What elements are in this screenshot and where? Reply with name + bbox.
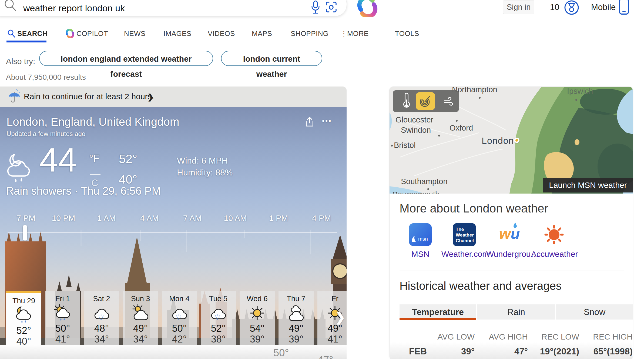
city-label-swindon: Swindon <box>401 126 431 135</box>
clouds-icon <box>286 303 306 324</box>
mobile-label[interactable]: Mobile <box>591 1 616 13</box>
day-high: 50° <box>45 323 80 334</box>
day-label: Thu 29 <box>6 297 41 305</box>
day-card-tue5[interactable]: Tue 5 52° 38° <box>201 291 236 345</box>
day-low: 34° <box>123 334 158 345</box>
tab-search[interactable]: SEARCH <box>17 28 48 39</box>
cloud-drizzle-icon <box>91 303 112 324</box>
row-month: FEB <box>409 346 431 357</box>
tab-images[interactable]: IMAGES <box>163 28 192 39</box>
map-layer-toggle <box>393 90 459 112</box>
timeline-slider-handle[interactable] <box>23 225 27 241</box>
precipitation-layer-button[interactable] <box>416 92 435 110</box>
day-card-sun3[interactable]: Sun 3 49° 34° <box>123 291 158 345</box>
search-input[interactable]: weather report london uk <box>23 2 125 14</box>
next-days-chevron[interactable]: ❯ <box>335 310 346 324</box>
tab-tools[interactable]: TOOLS <box>395 28 419 39</box>
moon-cloud-rain-icon <box>14 305 34 326</box>
day-card-sat2[interactable]: Sat 2 48° 34° <box>84 291 119 345</box>
graph-label-50: 50° <box>273 347 289 359</box>
tab-maps[interactable]: MAPS <box>252 28 272 39</box>
more-about-title: More about London weather <box>400 202 548 215</box>
humidity-reading: Humidity: 88% <box>177 168 233 178</box>
weather-alert-banner[interactable]: Rain to continue for at least 2 hours. ❯ <box>0 87 347 107</box>
hour-label-1: 10 PM <box>52 214 75 223</box>
more-options-icon[interactable]: ••• <box>322 117 332 125</box>
day-label: Mon 4 <box>162 295 197 303</box>
tab-temperature[interactable]: Temperature <box>400 304 476 320</box>
temperature-layer-icon[interactable] <box>401 92 412 110</box>
timeline-track[interactable] <box>8 232 337 233</box>
tab-snow[interactable]: Snow <box>556 304 633 320</box>
city-dot <box>479 97 481 99</box>
microphone-icon[interactable] <box>310 0 321 15</box>
visual-search-icon[interactable] <box>325 1 338 14</box>
day-low: 34° <box>84 334 119 345</box>
current-condition-icon <box>4 149 38 187</box>
tab-more[interactable]: MORE <box>347 28 369 39</box>
sign-in-button[interactable]: Sign in <box>503 1 534 14</box>
rewards-medal-icon[interactable] <box>564 0 580 16</box>
more-dots-icon: ⋮ <box>340 28 347 39</box>
historical-title: Historical weather and averages <box>400 280 562 292</box>
tab-shopping[interactable]: SHOPPING <box>291 28 328 39</box>
london-map-marker <box>514 138 519 143</box>
col-rec-high: REC HIGH <box>584 332 633 341</box>
city-dot <box>438 135 440 137</box>
city-label-london: London <box>482 135 514 146</box>
link-accuweather[interactable]: Accuweather <box>531 250 577 259</box>
unit-fahrenheit[interactable]: °F <box>89 153 99 164</box>
city-dot <box>391 145 393 147</box>
weather-map[interactable]: Northampton Ipswich Gloucester Swindon O… <box>390 87 633 194</box>
day-card-thu7[interactable]: Thu 7 49° 39° <box>279 291 314 345</box>
wind-reading: Wind: 6 MPH <box>177 156 228 166</box>
sun-cloud-rain-icon <box>52 303 73 324</box>
tab-copilot[interactable]: COPILOT <box>76 28 108 39</box>
day-high: 52° <box>6 325 41 336</box>
weather-channel-logo[interactable]: The Weather Channel <box>453 223 476 246</box>
city-label-bournemouth: Bournemouth <box>393 190 440 194</box>
share-icon[interactable] <box>303 116 316 128</box>
col-avg-low: AVG LOW <box>434 332 475 341</box>
day-high: 50° <box>162 323 197 334</box>
accuweather-logo[interactable] <box>543 223 565 246</box>
link-weather-com[interactable]: Weather.com <box>441 250 487 259</box>
sun-icon <box>247 303 267 324</box>
copilot-logo[interactable] <box>357 0 378 17</box>
day-low: 39° <box>240 334 275 345</box>
day-card-thu29[interactable]: Thu 29 52° 40° <box>6 291 41 345</box>
rewards-count[interactable]: 10 <box>550 1 559 13</box>
active-history-tab-underline <box>400 318 476 320</box>
cloud-drizzle-icon <box>169 303 190 324</box>
city-dot <box>427 188 429 190</box>
wind-layer-icon[interactable] <box>442 95 456 108</box>
col-avg-high: AVG HIGH <box>487 332 528 341</box>
launch-msn-weather-map-button[interactable]: Launch MSN weather map <box>543 178 633 192</box>
mobile-phone-icon[interactable] <box>618 0 630 15</box>
link-msn[interactable]: MSN <box>397 250 443 259</box>
weather-updated: Updated a few minutes ago <box>6 130 85 138</box>
day-low: 38° <box>201 334 236 345</box>
suggestion-pill-1[interactable]: london england extended weather forecast <box>39 51 213 66</box>
city-label-gloucester: Gloucester <box>395 115 433 124</box>
row-rec-low: 19°(2021) <box>533 346 579 357</box>
tab-rain[interactable]: Rain <box>477 304 555 320</box>
day-card-mon4[interactable]: Mon 4 50° 42° <box>162 291 197 345</box>
day-label: Thu 7 <box>279 295 314 303</box>
tab-news[interactable]: NEWS <box>124 28 146 39</box>
wu-logo-w: w <box>499 225 511 242</box>
hour-label-3: 4 AM <box>140 214 159 223</box>
day-low: 42° <box>162 334 197 345</box>
hour-label-7: 4 PM <box>312 214 331 223</box>
msn-logo[interactable]: msn <box>409 223 432 246</box>
day-card-fri1[interactable]: Fri 1 50° 41° <box>45 291 80 345</box>
suggestion-pill-2[interactable]: london current weather <box>221 51 322 66</box>
wunderground-logo[interactable]: wu <box>499 225 522 246</box>
weather-channel-logo-text: The Weather Channel <box>456 227 472 244</box>
tab-videos[interactable]: VIDEOS <box>208 28 235 39</box>
city-label-bristol: Bristol <box>394 141 416 150</box>
day-card-wed6[interactable]: Wed 6 54° 39° <box>240 291 275 345</box>
city-label-ipswich: Ipswich <box>567 87 593 96</box>
link-wunderground[interactable]: Wundergrou… <box>486 250 532 259</box>
search-icon <box>3 0 17 13</box>
